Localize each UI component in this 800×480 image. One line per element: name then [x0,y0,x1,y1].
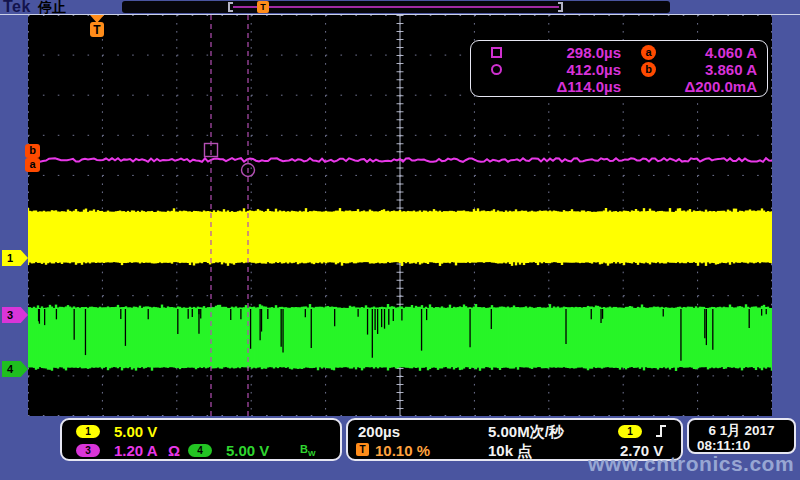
cursor-delta-time: Δ114.0µs [529,78,621,95]
ch1-badge[interactable]: 1 [76,425,100,438]
ch4-bandwidth-icon: BW [300,443,316,458]
datetime-box: 6 1月 2017 08:11:10 [687,418,796,454]
timebase-value: 200µs [358,423,400,440]
cursor-a-value: 4.060 A [655,44,757,61]
ch4-scale: 5.00 V [226,442,269,459]
ch4-ground-marker[interactable]: 4 [2,361,28,377]
cursor-b-value: 3.860 A [655,61,757,78]
cursor-a-square-icon [491,47,502,58]
cursor-b-badge: b [641,62,656,77]
top-divider [0,14,800,15]
cursor-b-time: 412.0µs [529,61,621,78]
record-length: 10k 点 [488,442,532,461]
trigger-position-icon: T [356,443,369,456]
cursor-a-marker[interactable]: a [25,158,40,172]
ch3-badge[interactable]: 3 [76,444,100,457]
record-trigger-marker-icon: T [257,1,269,13]
cursor-a-badge: a [641,45,656,60]
cursor-delta-value: Δ200.0mA [655,78,757,95]
record-view-bar[interactable]: T [122,1,670,13]
trigger-slope-rising-icon [654,424,668,438]
trigger-source-badge: 1 [618,425,642,438]
cursor-b-circle-icon [491,64,502,75]
sample-rate: 5.00M次/秒 [488,423,564,442]
cursor-b-marker[interactable]: b [25,144,40,158]
ch4-badge[interactable]: 4 [188,444,212,457]
ch1-ground-marker[interactable]: 1 [2,250,28,266]
top-status-bar: Tek 停止 T [0,0,800,14]
time-value: 08:11:10 [697,438,750,453]
cursor-a-time: 298.0µs [529,44,621,61]
trigger-position: 10.10 % [375,442,430,459]
svg-text:T: T [93,23,101,37]
ch3-ground-marker[interactable]: 3 [2,307,28,323]
ch3-scale: 1.20 A [114,442,158,459]
cursor-readout-box: 298.0µs a 4.060 A 412.0µs b 3.860 A Δ114… [470,40,768,97]
record-waveform-preview [233,6,559,8]
ch1-scale: 5.00 V [114,423,157,440]
ch3-coupling: Ω [168,442,180,459]
watermark: www.cntronics.com [588,452,794,476]
channel-readout-box[interactable]: 1 5.00 V 3 1.20 A Ω 4 5.00 V BW [60,418,342,461]
